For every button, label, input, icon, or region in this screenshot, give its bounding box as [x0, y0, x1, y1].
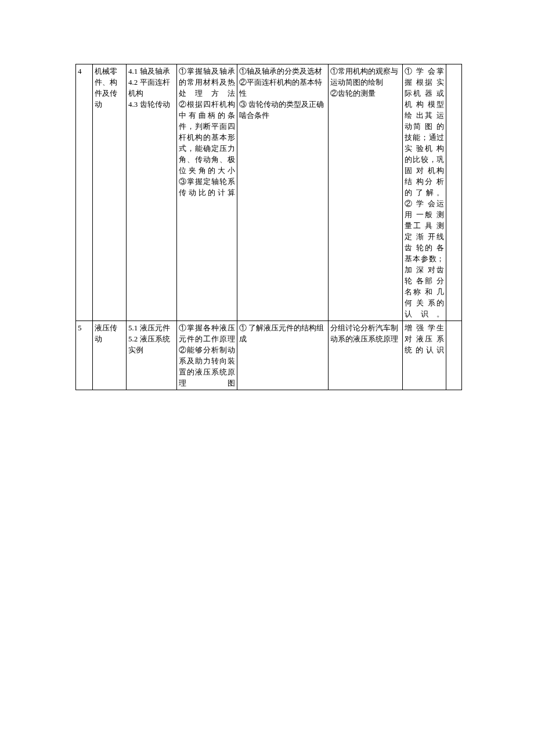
- cell-sub: 5.1 液压元件5.2 液压系统实例: [127, 321, 177, 390]
- cell-disc: 分组讨论分析汽车制动系的液压系统原理: [329, 321, 403, 390]
- table-row: 4 机械零件、构件及传动 4.1 轴及轴承4.2 平面连杆机构4.3 齿轮传动 …: [76, 64, 462, 321]
- cell-grasp: ①掌握各种液压元件的工作原理②能够分析制动系及助力转向装置的液压系统原理图: [177, 321, 237, 390]
- cell-last: [446, 64, 462, 321]
- cell-num: 5: [76, 321, 93, 390]
- table-row: 5 液压传动 5.1 液压元件5.2 液压系统实例 ①掌握各种液压元件的工作原理…: [76, 321, 462, 390]
- cell-last: [446, 321, 462, 390]
- cell-skill: 增 强 学生 对 液压 系 统的认识: [403, 321, 446, 390]
- cell-skill: ① 学 会掌 握 根据 实 际机 器 或机 构 模型 绘 出其 运 动简 图 的…: [403, 64, 446, 321]
- cell-know: ①轴及轴承的分类及选材②平面连杆机构的基本特性③ 齿轮传动的类型及正确啮合条件: [237, 64, 329, 321]
- cell-disc: ①常用机构的观察与运动简图的绘制②齿轮的测量: [329, 64, 403, 321]
- cell-num: 4: [76, 64, 93, 321]
- document-page: 4 机械零件、构件及传动 4.1 轴及轴承4.2 平面连杆机构4.3 齿轮传动 …: [0, 0, 534, 390]
- cell-know: ① 了解液压元件的结构组成: [237, 321, 329, 390]
- cell-topic: 液压传动: [93, 321, 127, 390]
- cell-sub: 4.1 轴及轴承4.2 平面连杆机构4.3 齿轮传动: [127, 64, 177, 321]
- curriculum-table: 4 机械零件、构件及传动 4.1 轴及轴承4.2 平面连杆机构4.3 齿轮传动 …: [75, 64, 462, 390]
- cell-topic: 机械零件、构件及传动: [93, 64, 127, 321]
- cell-grasp: ①掌握轴及轴承的常用材料及热处理方法②根据四杆机构中有曲柄的条件，判断平面四杆机…: [177, 64, 237, 321]
